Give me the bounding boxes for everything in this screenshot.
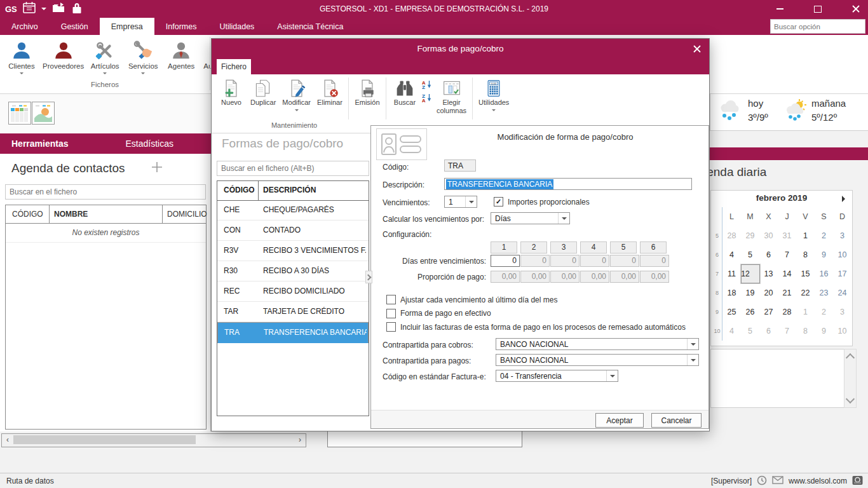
horizontal-scrollbar[interactable]: ‹ ›: [1, 433, 306, 447]
calendar-day[interactable]: 28: [778, 302, 796, 322]
proporcion-input-4[interactable]: 0,00: [580, 271, 609, 283]
calendar-day[interactable]: 27: [759, 302, 778, 322]
calendar-next-icon[interactable]: [842, 196, 848, 202]
calendar-day[interactable]: 10: [833, 322, 851, 341]
calendar-day[interactable]: 1: [796, 226, 815, 245]
payment-row-tar[interactable]: TARTARJETA DE CRÉDITO: [217, 302, 369, 322]
calendar-day[interactable]: 3: [833, 302, 851, 322]
factura-e-select[interactable]: 04 - Transferencia: [496, 370, 618, 382]
close-button[interactable]: [849, 3, 863, 15]
calendar-day-selected[interactable]: 12: [741, 264, 760, 283]
calendar-day[interactable]: 1: [796, 302, 815, 322]
lock-icon[interactable]: [72, 2, 82, 17]
dias-input-5[interactable]: 0: [610, 255, 639, 267]
calendar-day[interactable]: 28: [722, 226, 741, 245]
calendar-day[interactable]: 4: [722, 322, 741, 341]
ribbon-articulos-button[interactable]: Artículos: [86, 37, 124, 78]
sort-az-icon[interactable]: AZ: [422, 80, 432, 92]
calendar-day[interactable]: 7: [778, 322, 796, 341]
pagos-select[interactable]: BANCO NACIONAL: [496, 354, 699, 366]
ribbon-clientes-button[interactable]: Clientes: [3, 37, 41, 78]
accept-button[interactable]: Aceptar: [595, 413, 644, 428]
tab-herramientas[interactable]: Herramientas: [0, 139, 69, 149]
calendar-day[interactable]: 14: [778, 264, 796, 283]
calendar-day[interactable]: 7: [778, 245, 796, 264]
toolbar-buscar-button[interactable]: Buscar: [389, 76, 421, 108]
calendar-day[interactable]: 25: [722, 302, 741, 322]
sort-za-icon[interactable]: ZA: [422, 93, 432, 105]
proporcion-input-1[interactable]: 0,00: [491, 271, 520, 283]
descripcion-input[interactable]: TRANSFERENCIA BANCARIA: [444, 178, 692, 190]
payment-row-r30[interactable]: R30RECIBO A 30 DÍAS: [217, 261, 369, 281]
menu-item-archivo[interactable]: Archivo: [0, 18, 50, 35]
add-contact-button[interactable]: [151, 161, 163, 175]
scroll-right-icon[interactable]: ›: [296, 436, 304, 444]
calendar-icon[interactable]: [23, 2, 36, 16]
calendar-day[interactable]: 16: [815, 264, 833, 283]
calendar-day[interactable]: 13: [759, 264, 778, 283]
column-codigo[interactable]: CÓDIGO: [12, 205, 43, 223]
calendar-day[interactable]: 15: [796, 264, 815, 283]
maximize-button[interactable]: [811, 3, 825, 15]
table-widget-icon[interactable]: [8, 102, 31, 125]
toolbar-modificar-button[interactable]: Modificar: [279, 76, 314, 114]
calendar-day[interactable]: 24: [833, 283, 851, 302]
payment-list-search-input[interactable]: [217, 161, 369, 176]
search-option-input[interactable]: [770, 19, 865, 34]
proporcion-input-6[interactable]: 0,00: [640, 271, 669, 283]
minimize-button[interactable]: [773, 3, 787, 15]
cobros-select[interactable]: BANCO NACIONAL: [496, 338, 699, 350]
column-domicilio[interactable]: DOMICILIO: [167, 205, 207, 223]
importes-proporcionales-checkbox[interactable]: [494, 197, 503, 207]
incluir-las-facturas-de-esta-forma-de-pago-en-los-procesos-de-remesado-automaticos-checkbox[interactable]: [386, 322, 396, 332]
chevron-down-icon[interactable]: [141, 72, 145, 76]
vertical-scrollbar[interactable]: [844, 349, 857, 408]
ribbon-servicios-button[interactable]: Servicios: [124, 37, 162, 78]
chevron-down-icon[interactable]: [20, 72, 24, 76]
dias-input-2[interactable]: 0: [520, 255, 550, 267]
clock-icon[interactable]: [757, 475, 767, 487]
scrollbar-thumb[interactable]: [13, 435, 196, 444]
calendar-day[interactable]: 9: [815, 322, 833, 341]
proporcion-input-3[interactable]: 0,00: [550, 271, 580, 283]
toolbar-utilidades-button[interactable]: 0,00Utilidades: [475, 76, 512, 114]
calendar-day[interactable]: 3: [833, 226, 851, 245]
calendar-day[interactable]: 20: [759, 283, 778, 302]
calendar-day[interactable]: 31: [778, 226, 796, 245]
chevron-down-icon[interactable]: [295, 109, 299, 113]
calendar-day[interactable]: 8: [796, 322, 815, 341]
calendar-day[interactable]: 2: [815, 302, 833, 322]
calendar-day[interactable]: 6: [759, 322, 778, 341]
ribbon-proveedores-button[interactable]: Proveedores: [41, 37, 86, 78]
agenda-notes-box[interactable]: [710, 349, 844, 408]
calendar-day[interactable]: 9: [815, 245, 833, 264]
column-descripcion[interactable]: DESCRIPCIÓN: [263, 186, 316, 194]
column-codigo[interactable]: CÓDIGO: [224, 186, 255, 194]
toolbar-eliminar-button[interactable]: Eliminar: [314, 76, 346, 108]
calendar-day[interactable]: 8: [796, 245, 815, 264]
calendar-day[interactable]: 17: [833, 264, 851, 283]
calcular-select[interactable]: Días: [491, 212, 570, 224]
calendar-day[interactable]: 5: [741, 322, 759, 341]
status-website[interactable]: www.sdelsol.com: [789, 477, 847, 485]
calendar-day[interactable]: 29: [741, 226, 759, 245]
toolbar-nuevo-button[interactable]: Nuevo: [215, 76, 247, 108]
image-widget-icon[interactable]: [32, 102, 55, 125]
scroll-up-icon[interactable]: [846, 353, 855, 362]
calendar-day[interactable]: 23: [815, 283, 833, 302]
payment-row-che[interactable]: CHECHEQUE/PAGARÉS: [217, 200, 369, 220]
calendar-day[interactable]: 5: [741, 245, 759, 264]
cancel-button[interactable]: Cancelar: [651, 413, 702, 428]
toolbar-elegir-columnas-button[interactable]: Elegir columnas: [433, 76, 470, 116]
menu-item-gestion[interactable]: Gestión: [50, 18, 100, 35]
tab-estadisticas[interactable]: Estadísticas: [69, 139, 173, 149]
support-icon[interactable]: [852, 475, 863, 487]
proporcion-input-5[interactable]: 0,00: [610, 271, 639, 283]
codigo-input[interactable]: TRA: [444, 159, 476, 172]
calendar-day[interactable]: 18: [722, 283, 741, 302]
toolbar-emision-button[interactable]: Emisión: [351, 76, 383, 108]
calendar-day[interactable]: 22: [796, 283, 815, 302]
chevron-down-icon[interactable]: [103, 72, 107, 76]
calendar-day[interactable]: 11: [722, 264, 741, 283]
proporcion-input-2[interactable]: 0,00: [520, 271, 550, 283]
